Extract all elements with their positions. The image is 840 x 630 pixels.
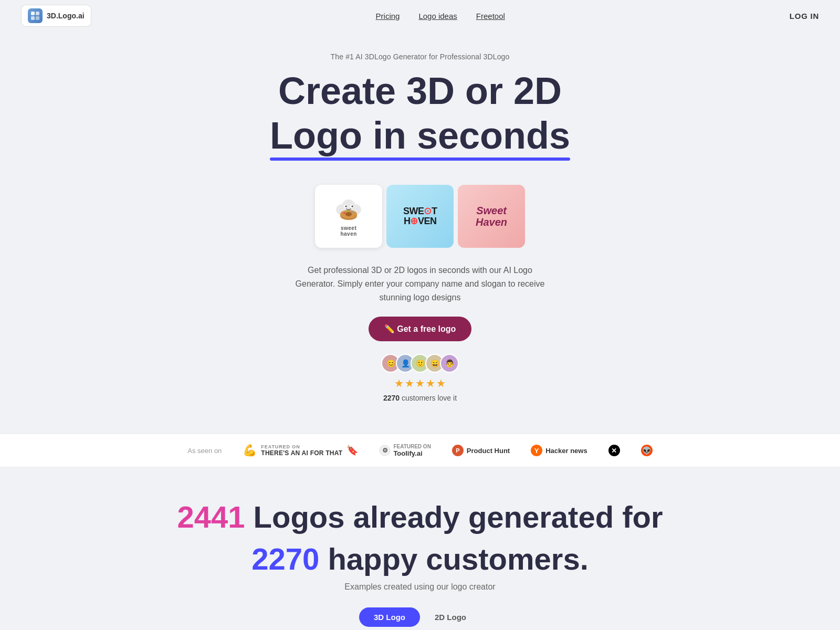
- sweet-haven-text-logo: SWE⊙T H⊕VEN: [403, 206, 437, 227]
- social-proof: 😊 👤 🙂 😄 👨 ★ ★ ★ ★ ★ 2270 customers love …: [10, 354, 830, 402]
- logo-count: 2441: [177, 500, 245, 534]
- star-rating: ★ ★ ★ ★ ★: [394, 377, 446, 390]
- product-hunt-badge: P Product Hunt: [452, 445, 510, 456]
- svg-rect-2: [31, 16, 35, 20]
- muscle-icon: 💪: [243, 444, 257, 457]
- svg-point-17: [352, 206, 353, 207]
- logo-button[interactable]: 3D.Logo.ai: [21, 5, 91, 27]
- nav-links: Pricing Logo ideas Freetool: [376, 12, 505, 20]
- sweet-haven-script: SweetHaven: [476, 205, 507, 228]
- product-hunt-icon: P: [452, 445, 464, 456]
- toolify-icon: ⚙: [379, 445, 391, 456]
- star-1: ★: [394, 377, 404, 390]
- toolify-name: Toolify.ai: [393, 449, 422, 457]
- tab-2d-logo[interactable]: 2D Logo: [420, 607, 481, 627]
- stats-description: Examples created using our logo creator: [10, 582, 830, 592]
- reddit-badge: 👽: [641, 445, 653, 456]
- logo-type-tabs: 3D Logo 2D Logo: [10, 607, 830, 627]
- hero-title-line1: Create 3D or 2D: [10, 70, 830, 112]
- sweet-haven-logo-2: SWE⊙T H⊕VEN: [386, 185, 454, 248]
- toolify-badge: ⚙ FEATURED ON Toolify.ai: [379, 444, 430, 457]
- toolify-featured-label: FEATURED ON: [393, 444, 430, 449]
- hero-title-line2: Logo in seconds: [270, 115, 570, 156]
- hacker-news-label: Hacker news: [545, 447, 587, 455]
- review-text: 2270 customers love it: [383, 394, 457, 402]
- cta-button[interactable]: ✏️ Get a free logo: [369, 317, 471, 341]
- svg-rect-1: [36, 12, 39, 15]
- review-count: 2270: [383, 394, 400, 402]
- logo-card-3: SweetHaven: [458, 185, 525, 248]
- x-badge: ✕: [608, 445, 620, 456]
- stats-section: 2441 Logos already generated for 2270 ha…: [0, 467, 840, 630]
- cloud-donut-icon: [332, 196, 365, 223]
- svg-point-16: [345, 206, 347, 207]
- login-button[interactable]: LOG IN: [790, 12, 819, 20]
- reddit-icon: 👽: [641, 445, 653, 456]
- logo-preview-cards: sweethaven SWE⊙T H⊕VEN SweetHaven: [315, 185, 525, 248]
- svg-rect-0: [31, 12, 35, 15]
- stats-title-customers: 2270 happy customers.: [10, 541, 830, 578]
- navbar: 3D.Logo.ai Pricing Logo ideas Freetool L…: [0, 0, 840, 32]
- stats-title-logos: 2441 Logos already generated for: [10, 499, 830, 536]
- theres-ai-text: FEATURED ON THERE'S AN AI FOR THAT: [261, 444, 342, 457]
- sweet-haven-logo-1: sweethaven: [332, 196, 365, 237]
- tab-3d-logo[interactable]: 3D Logo: [359, 607, 420, 627]
- hacker-news-badge: Y Hacker news: [531, 445, 587, 456]
- svg-point-10: [345, 212, 352, 216]
- title-underline: [270, 158, 570, 161]
- star-5: ★: [436, 377, 446, 390]
- star-4: ★: [426, 377, 435, 390]
- bookmark-icon: 🔖: [346, 445, 358, 456]
- hero-tagline: The #1 AI 3DLogo Generator for Professio…: [10, 52, 830, 61]
- toolify-text: FEATURED ON Toolify.ai: [393, 444, 430, 457]
- theres-ai-featured-label: FEATURED ON: [261, 444, 342, 449]
- star-3: ★: [415, 377, 425, 390]
- avatar-5: 👨: [440, 354, 459, 373]
- hero-section: The #1 AI 3DLogo Generator for Professio…: [0, 32, 840, 434]
- sweet-haven-logo-3: SweetHaven: [458, 185, 525, 248]
- product-hunt-label: Product Hunt: [467, 447, 510, 455]
- as-seen-on-section: As seen on 💪 FEATURED ON THERE'S AN AI F…: [0, 434, 840, 467]
- customer-count: 2270: [251, 542, 319, 576]
- svg-text:⚙: ⚙: [382, 447, 388, 454]
- nav-logo-ideas[interactable]: Logo ideas: [418, 12, 457, 20]
- hero-description: Get professional 3D or 2D logos in secon…: [289, 264, 551, 304]
- logo-icon: [28, 8, 43, 23]
- as-seen-label: As seen on: [187, 447, 222, 455]
- svg-rect-3: [36, 16, 39, 20]
- avatar-group: 😊 👤 🙂 😄 👨: [381, 354, 459, 373]
- theres-ai-badge: 💪 FEATURED ON THERE'S AN AI FOR THAT 🔖: [243, 444, 358, 457]
- logo-card-1: sweethaven: [315, 185, 382, 248]
- logos-label: Logos already generated for: [254, 500, 663, 534]
- hero-title-block: Create 3D or 2D Logo in seconds: [10, 70, 830, 169]
- logo-card-2: SWE⊙T H⊕VEN: [386, 185, 454, 248]
- customers-label: happy customers.: [328, 542, 588, 576]
- review-label: customers love it: [402, 394, 457, 402]
- star-2: ★: [405, 377, 414, 390]
- sweet-haven-name-1: sweethaven: [340, 225, 356, 237]
- hacker-news-icon: Y: [531, 445, 542, 456]
- theres-ai-name: THERE'S AN AI FOR THAT: [261, 449, 342, 457]
- nav-freetool[interactable]: Freetool: [476, 12, 505, 20]
- logo-text: 3D.Logo.ai: [47, 12, 85, 20]
- nav-pricing[interactable]: Pricing: [376, 12, 400, 20]
- x-icon: ✕: [608, 445, 620, 456]
